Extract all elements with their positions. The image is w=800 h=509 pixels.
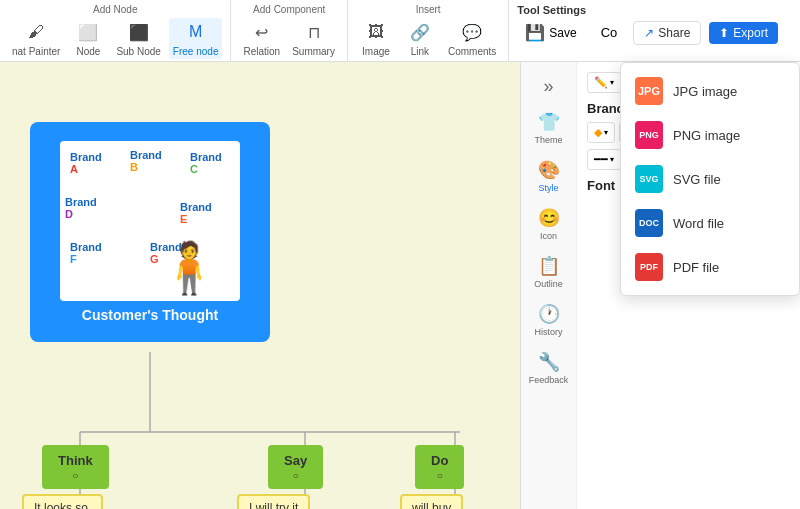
root-title: Customer's Thought (82, 307, 218, 323)
brand-f: BrandF (70, 241, 102, 265)
co-btn[interactable]: Co (593, 22, 626, 43)
pen-tool[interactable]: ✏️ ▾ (587, 72, 621, 93)
style-label: Style (538, 183, 558, 193)
png-icon: PNG (635, 121, 663, 149)
jpg-icon: JPG (635, 77, 663, 105)
feedback-icon: 🔧 (538, 351, 560, 373)
do-node[interactable]: Do (415, 445, 464, 489)
export-jpg[interactable]: JPG JPG image (621, 69, 799, 113)
node-btn[interactable]: ⬜ Node (68, 18, 108, 59)
tool-settings-section: Tool Settings 💾 Save Co ↗ Share ⬆ Export (509, 0, 800, 61)
export-dropdown: JPG JPG image PNG PNG image SVG SVG file… (620, 62, 800, 296)
relation-icon: ↩ (250, 20, 274, 44)
svg-icon: SVG (635, 165, 663, 193)
toolbar: Add Node 🖌 nat Painter ⬜ Node ⬛ Sub Node… (0, 0, 800, 62)
summary-btn[interactable]: ⊓ Summary (288, 18, 339, 59)
root-image: BrandA BrandB BrandC BrandD BrandE Brand… (60, 141, 240, 301)
history-btn[interactable]: 🕐 History (524, 297, 574, 343)
svg-label: SVG file (673, 172, 721, 187)
jpg-label: JPG image (673, 84, 737, 99)
collapse-icon: » (543, 76, 553, 97)
theme-label: Theme (534, 135, 562, 145)
pdf-label: PDF file (673, 260, 719, 275)
branch-line-chevron: ▾ (610, 155, 614, 164)
comments-icon: 💬 (460, 20, 484, 44)
leaf-try[interactable]: I will try it (237, 494, 310, 509)
history-label: History (534, 327, 562, 337)
think-node[interactable]: Think (42, 445, 109, 489)
outline-icon: 📋 (538, 255, 560, 277)
canvas[interactable]: BrandA BrandB BrandC BrandD BrandE Brand… (0, 62, 520, 509)
relation-btn[interactable]: ↩ Relation (239, 18, 284, 59)
brand-a: BrandA (70, 151, 102, 175)
export-icon: ⬆ (719, 26, 729, 40)
add-node-title: Add Node (8, 4, 222, 15)
word-icon: DOC (635, 209, 663, 237)
share-icon: ↗ (644, 26, 654, 40)
say-node[interactable]: Say (268, 445, 323, 489)
icon-label: Icon (540, 231, 557, 241)
export-svg[interactable]: SVG SVG file (621, 157, 799, 201)
brand-cloud: BrandA BrandB BrandC BrandD BrandE Brand… (60, 141, 240, 301)
theme-icon: 👕 (538, 111, 560, 133)
format-painter-icon: 🖌 (24, 20, 48, 44)
person-figure: 🧍 (158, 239, 220, 297)
share-button[interactable]: ↗ Share (633, 21, 701, 45)
sub-node-btn[interactable]: ⬛ Sub Node (112, 18, 164, 59)
pen-icon: ✏️ (594, 76, 608, 89)
brand-c: BrandC (190, 151, 222, 175)
link-icon: 🔗 (408, 20, 432, 44)
add-component-section: Add Component ↩ Relation ⊓ Summary (231, 0, 348, 61)
add-node-section: Add Node 🖌 nat Painter ⬜ Node ⬛ Sub Node… (0, 0, 231, 61)
brand-e: BrandE (180, 201, 212, 225)
style-btn[interactable]: 🎨 Style (524, 153, 574, 199)
add-component-buttons: ↩ Relation ⊓ Summary (239, 18, 339, 59)
image-btn[interactable]: 🖼 Image (356, 18, 396, 59)
feedback-label: Feedback (529, 375, 569, 385)
brand-b: BrandB (130, 149, 162, 173)
comments-btn[interactable]: 💬 Comments (444, 18, 500, 59)
png-label: PNG image (673, 128, 740, 143)
pdf-icon: PDF (635, 253, 663, 281)
export-pdf[interactable]: PDF PDF file (621, 245, 799, 289)
word-label: Word file (673, 216, 724, 231)
sub-node-icon: ⬛ (127, 20, 151, 44)
feedback-btn[interactable]: 🔧 Feedback (524, 345, 574, 391)
branch-line-icon: ━━ (594, 153, 608, 166)
fill-icon: ◆ (594, 126, 602, 139)
history-icon: 🕐 (538, 303, 560, 325)
summary-icon: ⊓ (302, 20, 326, 44)
style-icon: 🎨 (538, 159, 560, 181)
free-node-btn[interactable]: M Free node (169, 18, 223, 59)
brand-d: BrandD (65, 196, 97, 220)
export-png[interactable]: PNG PNG image (621, 113, 799, 157)
add-node-buttons: 🖌 nat Painter ⬜ Node ⬛ Sub Node M Free n… (8, 18, 222, 59)
root-node[interactable]: BrandA BrandB BrandC BrandD BrandE Brand… (30, 122, 270, 342)
outline-label: Outline (534, 279, 563, 289)
insert-title: Insert (356, 4, 500, 15)
theme-btn[interactable]: 👕 Theme (524, 105, 574, 151)
insert-section: Insert 🖼 Image 🔗 Link 💬 Comments (348, 0, 509, 61)
fill-tool[interactable]: ◆ ▾ (587, 122, 615, 143)
node-icon: ⬜ (76, 20, 100, 44)
add-component-title: Add Component (239, 4, 339, 15)
sidebar-icons: » 👕 Theme 🎨 Style 😊 Icon 📋 Outline 🕐 His… (521, 62, 577, 509)
insert-buttons: 🖼 Image 🔗 Link 💬 Comments (356, 18, 500, 59)
export-button[interactable]: ⬆ Export (709, 22, 778, 44)
collapse-btn[interactable]: » (524, 70, 574, 103)
leaf-buy[interactable]: will buy (400, 494, 463, 509)
export-word[interactable]: DOC Word file (621, 201, 799, 245)
icon-icon: 😊 (538, 207, 560, 229)
free-node-icon: M (184, 20, 208, 44)
branch-line-tool[interactable]: ━━ ▾ (587, 149, 621, 170)
outline-btn[interactable]: 📋 Outline (524, 249, 574, 295)
save-icon: 💾 (525, 23, 545, 42)
fill-chevron: ▾ (604, 128, 608, 137)
save-btn[interactable]: 💾 Save (517, 20, 584, 45)
format-painter-btn[interactable]: 🖌 nat Painter (8, 18, 64, 59)
link-btn[interactable]: 🔗 Link (400, 18, 440, 59)
icon-btn[interactable]: 😊 Icon (524, 201, 574, 247)
leaf-looks[interactable]: It looks so, (22, 494, 103, 509)
tool-settings-title: Tool Settings (517, 4, 792, 16)
image-icon: 🖼 (364, 20, 388, 44)
